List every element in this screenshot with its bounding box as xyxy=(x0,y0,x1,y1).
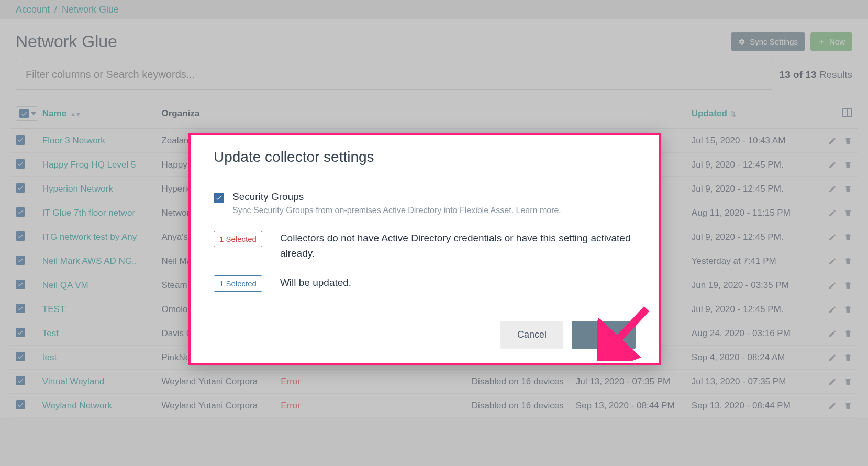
cancel-button[interactable]: Cancel xyxy=(500,321,563,349)
modal-header: Update collector settings xyxy=(191,135,659,175)
security-groups-checkbox[interactable] xyxy=(214,193,224,203)
selected-badge-warning: 1 Selected xyxy=(214,231,262,247)
learn-more-link[interactable]: Learn more. xyxy=(516,206,561,215)
status-warning-message: Collectors do not have Active Directory … xyxy=(280,231,636,261)
status-row-warning: 1 Selected Collectors do not have Active… xyxy=(214,231,636,261)
status-row-ok: 1 Selected Will be updated. xyxy=(214,275,636,292)
status-ok-message: Will be updated. xyxy=(280,275,351,291)
modal-body: Security Groups Sync Security Groups fro… xyxy=(191,175,659,312)
security-groups-setting: Security Groups Sync Security Groups fro… xyxy=(214,191,636,215)
update-collector-modal: Update collector settings Security Group… xyxy=(188,133,661,365)
ok-button[interactable]: OK xyxy=(572,321,636,349)
modal-title: Update collector settings xyxy=(214,149,636,165)
check-icon xyxy=(215,194,222,202)
security-groups-description: Sync Security Groups from on-premises Ac… xyxy=(232,206,561,215)
security-groups-desc-text: Sync Security Groups from on-premises Ac… xyxy=(232,206,516,215)
security-groups-label: Security Groups xyxy=(232,191,561,203)
modal-footer: Cancel OK xyxy=(191,312,659,363)
selected-badge-ok: 1 Selected xyxy=(214,275,262,292)
